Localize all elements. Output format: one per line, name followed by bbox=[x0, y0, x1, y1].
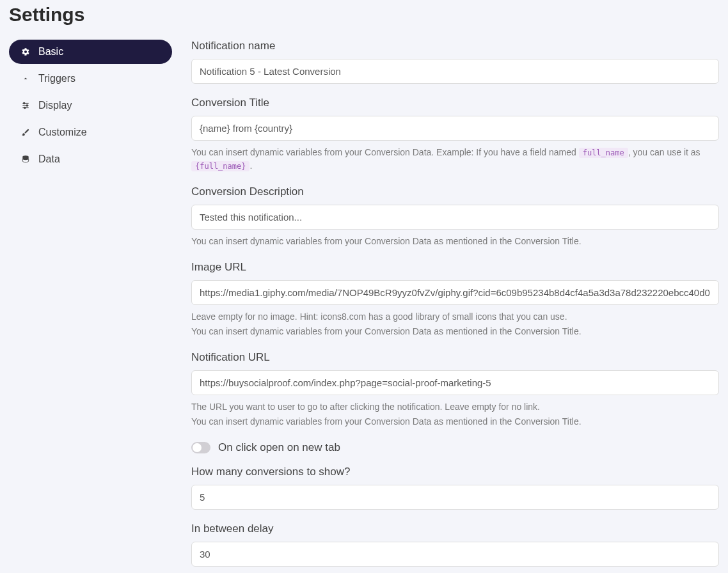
conversion-title-input[interactable] bbox=[191, 116, 719, 141]
conversion-description-input[interactable] bbox=[191, 205, 719, 230]
sidebar-item-label: Display bbox=[38, 100, 72, 111]
conversion-title-help: You can insert dynamic variables from yo… bbox=[191, 146, 719, 173]
new-tab-toggle[interactable] bbox=[191, 442, 210, 453]
notification-url-help-2: You can insert dynamic variables from yo… bbox=[191, 415, 719, 428]
sidebar-item-label: Triggers bbox=[38, 73, 75, 84]
svg-point-5 bbox=[24, 107, 26, 108]
database-icon bbox=[20, 154, 31, 164]
settings-layout: Basic Triggers Display Customize Data bbox=[9, 40, 719, 573]
conversions-count-label: How many conversions to show? bbox=[191, 466, 719, 478]
sidebar-item-data[interactable]: Data bbox=[9, 147, 172, 171]
image-url-help-2: You can insert dynamic variables from yo… bbox=[191, 325, 719, 338]
toggle-knob bbox=[193, 443, 202, 452]
chevron-up-icon bbox=[20, 74, 31, 84]
notification-name-label: Notification name bbox=[191, 40, 719, 52]
notification-name-input[interactable] bbox=[191, 59, 719, 84]
sidebar-item-label: Data bbox=[38, 153, 60, 165]
image-url-label: Image URL bbox=[191, 261, 719, 274]
gear-icon bbox=[20, 47, 31, 57]
conversion-description-label: Conversion Description bbox=[191, 185, 719, 198]
sidebar-item-triggers[interactable]: Triggers bbox=[9, 67, 172, 91]
image-url-help-1: Leave empty for no image. Hint: icons8.c… bbox=[191, 310, 719, 324]
image-url-input[interactable] bbox=[191, 280, 719, 305]
in-between-delay-label: In between delay bbox=[191, 522, 719, 535]
page-title: Settings bbox=[9, 4, 719, 26]
new-tab-toggle-label: On click open on new tab bbox=[218, 441, 340, 454]
conversion-title-label: Conversion Title bbox=[191, 97, 719, 109]
conversions-count-input[interactable] bbox=[191, 485, 719, 510]
brush-icon bbox=[20, 127, 31, 137]
sliders-icon bbox=[20, 100, 31, 111]
sidebar-item-label: Basic bbox=[38, 46, 63, 58]
notification-url-label: Notification URL bbox=[191, 351, 719, 364]
settings-sidebar: Basic Triggers Display Customize Data bbox=[9, 40, 172, 573]
conversion-description-help: You can insert dynamic variables from yo… bbox=[191, 235, 719, 248]
sidebar-item-basic[interactable]: Basic bbox=[9, 40, 172, 64]
settings-form: Notification name Conversion Title You c… bbox=[191, 40, 719, 573]
notification-url-help-1: The URL you want to user to go to after … bbox=[191, 400, 719, 414]
svg-point-4 bbox=[26, 105, 28, 106]
svg-point-3 bbox=[24, 102, 25, 104]
sidebar-item-customize[interactable]: Customize bbox=[9, 120, 172, 145]
sidebar-item-display[interactable]: Display bbox=[9, 93, 172, 118]
in-between-delay-input[interactable] bbox=[191, 542, 719, 567]
sidebar-item-label: Customize bbox=[38, 127, 87, 138]
notification-url-input[interactable] bbox=[191, 370, 719, 395]
